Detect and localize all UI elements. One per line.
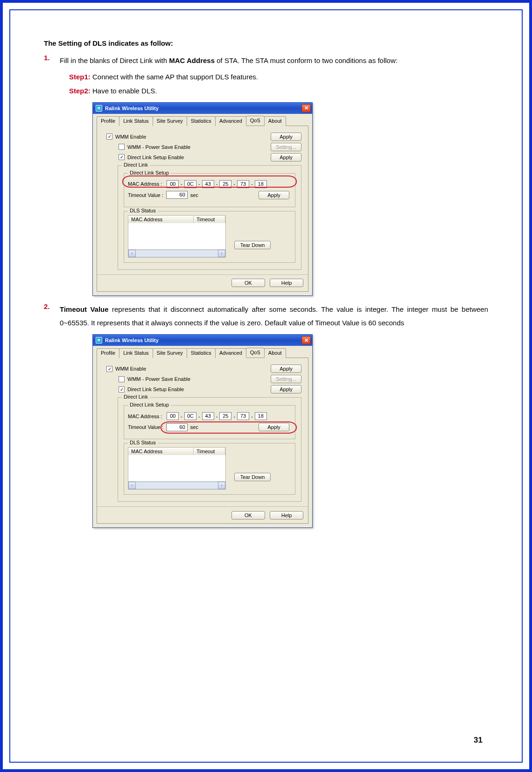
page-number: 31 bbox=[474, 736, 483, 745]
apply-wmm-button[interactable]: Apply bbox=[271, 365, 301, 373]
qos-pane: ✓ WMM Enable Apply WMM - Power Save Enab… bbox=[97, 126, 308, 292]
tear-down-button[interactable]: Tear Down bbox=[234, 241, 271, 249]
close-button[interactable]: ✕ bbox=[301, 104, 311, 112]
mac-octet-3[interactable]: 43 bbox=[202, 180, 214, 188]
tab-about[interactable]: About bbox=[264, 116, 286, 126]
step2-text: Have to enable DLS. bbox=[91, 87, 157, 95]
dls-status-table: MAC Address Timeout ‹ › bbox=[128, 215, 226, 258]
label-sec: sec bbox=[190, 424, 198, 430]
list-number-1: 1. bbox=[44, 54, 60, 62]
ok-button[interactable]: OK bbox=[231, 279, 265, 287]
mac-octet-3[interactable]: 43 bbox=[202, 412, 214, 420]
row-wmm-enable: ✓ WMM Enable Apply bbox=[106, 365, 303, 373]
group-direct-link: Direct Link Direct Link Setup MAC Addres… bbox=[118, 165, 301, 270]
step1-text: Connect with the same AP that support DL… bbox=[91, 73, 258, 81]
page-outer-border: The Setting of DLS indicates as follow: … bbox=[0, 0, 532, 772]
th-mac[interactable]: MAC Address bbox=[128, 216, 194, 223]
close-button[interactable]: ✕ bbox=[301, 336, 311, 344]
table-scrollbar: ‹ › bbox=[128, 249, 225, 257]
mac-octet-1[interactable]: 00 bbox=[167, 412, 179, 420]
apply-timeout-button[interactable]: Apply bbox=[259, 191, 289, 199]
timeout-input[interactable]: 60 bbox=[166, 423, 188, 431]
tab-site-survey[interactable]: Site Survey bbox=[153, 116, 187, 126]
row-dls-enable: ✓ Direct Link Setup Enable Apply bbox=[119, 153, 303, 161]
dialog-bottom-bar: OK Help bbox=[97, 274, 308, 291]
close-icon: ✕ bbox=[304, 338, 308, 343]
th-mac[interactable]: MAC Address bbox=[128, 448, 194, 455]
tab-qos[interactable]: QoS bbox=[246, 348, 265, 358]
th-timeout[interactable]: Timeout bbox=[194, 448, 225, 455]
apply-dls-button[interactable]: Apply bbox=[271, 385, 301, 393]
label-wmm-ps: WMM - Power Save Enable bbox=[127, 376, 190, 382]
chevron-right-icon: › bbox=[221, 251, 223, 256]
checkbox-wmm-ps[interactable] bbox=[119, 376, 125, 382]
scroll-right-button[interactable]: › bbox=[218, 250, 225, 257]
tab-advanced[interactable]: Advanced bbox=[215, 348, 246, 358]
timeout-input[interactable]: 60 bbox=[166, 191, 188, 199]
tab-statistics[interactable]: Statistics bbox=[187, 116, 216, 126]
apply-timeout-button[interactable]: Apply bbox=[259, 423, 289, 431]
window-title: Ralink Wireless Utility bbox=[105, 337, 159, 343]
scroll-track[interactable] bbox=[136, 250, 218, 257]
list-body-2: Timeout Value represents that it disconn… bbox=[60, 302, 488, 330]
tab-site-survey[interactable]: Site Survey bbox=[153, 348, 187, 358]
legend-dls-status: DLS Status bbox=[128, 208, 158, 213]
client-area: Profile Link Status Site Survey Statisti… bbox=[93, 346, 312, 527]
th-timeout[interactable]: Timeout bbox=[194, 216, 225, 223]
scroll-left-button[interactable]: ‹ bbox=[128, 250, 136, 257]
ok-button[interactable]: OK bbox=[231, 511, 265, 519]
tab-profile[interactable]: Profile bbox=[97, 116, 119, 126]
group-direct-link-setup: Direct Link Setup MAC Address : 00- 0C- … bbox=[124, 405, 295, 439]
list-item-2: 2. Timeout Value represents that it disc… bbox=[44, 302, 488, 330]
checkbox-wmm-ps[interactable] bbox=[119, 144, 125, 150]
row-dls-enable: ✓ Direct Link Setup Enable Apply bbox=[119, 385, 303, 393]
tear-down-button[interactable]: Tear Down bbox=[234, 473, 271, 481]
dialog-bottom-bar: OK Help bbox=[97, 506, 308, 523]
setting-button: Setting... bbox=[271, 375, 301, 383]
label-wmm-enable: WMM Enable bbox=[115, 366, 146, 372]
list-body-1: Fill in the blanks of Direct Link with M… bbox=[60, 54, 488, 67]
help-button[interactable]: Help bbox=[270, 279, 303, 287]
tab-about[interactable]: About bbox=[264, 348, 286, 358]
mac-row: MAC Address : 00- 0C- 43- 25- 73- 18 bbox=[128, 180, 291, 188]
apply-wmm-button[interactable]: Apply bbox=[271, 133, 301, 141]
mac-octet-2[interactable]: 0C bbox=[184, 180, 196, 188]
legend-direct-link-setup: Direct Link Setup bbox=[128, 170, 171, 175]
tab-strip: Profile Link Status Site Survey Statisti… bbox=[97, 116, 308, 126]
tab-link-status[interactable]: Link Status bbox=[119, 116, 153, 126]
mac-octet-1[interactable]: 00 bbox=[167, 180, 179, 188]
tab-qos[interactable]: QoS bbox=[246, 116, 265, 126]
li1-mac-bold: MAC Address bbox=[169, 56, 215, 64]
mac-octet-5[interactable]: 73 bbox=[237, 412, 249, 420]
checkbox-wmm-enable[interactable]: ✓ bbox=[106, 133, 112, 140]
checkbox-wmm-enable[interactable]: ✓ bbox=[106, 366, 112, 372]
tab-statistics[interactable]: Statistics bbox=[187, 348, 216, 358]
scroll-left-button[interactable]: ‹ bbox=[128, 482, 136, 489]
mac-octet-6[interactable]: 18 bbox=[255, 412, 267, 420]
tab-profile[interactable]: Profile bbox=[97, 348, 119, 358]
scroll-track[interactable] bbox=[136, 482, 218, 489]
mac-octet-2[interactable]: 0C bbox=[184, 412, 196, 420]
apply-dls-button[interactable]: Apply bbox=[271, 153, 301, 161]
mac-octet-6[interactable]: 18 bbox=[255, 180, 267, 188]
ralink-window-2: R Ralink Wireless Utility ✕ Profile Link… bbox=[92, 334, 313, 528]
legend-direct-link-setup: Direct Link Setup bbox=[128, 402, 171, 407]
timeout-row: Timeout Value : 60 sec Apply bbox=[128, 191, 291, 199]
timeout-row: Timeout Value : 60 sec Apply bbox=[128, 423, 291, 431]
checkbox-dls-enable[interactable]: ✓ bbox=[119, 154, 125, 160]
mac-octet-4[interactable]: 25 bbox=[219, 412, 231, 420]
tab-link-status[interactable]: Link Status bbox=[119, 348, 153, 358]
checkbox-dls-enable[interactable]: ✓ bbox=[119, 386, 125, 393]
mac-octet-4[interactable]: 25 bbox=[219, 180, 231, 188]
mac-octet-5[interactable]: 73 bbox=[237, 180, 249, 188]
titlebar[interactable]: R Ralink Wireless Utility ✕ bbox=[93, 335, 312, 346]
label-dls-enable: Direct Link Setup Enable bbox=[127, 386, 184, 392]
list-number-2: 2. bbox=[44, 302, 60, 310]
tab-advanced[interactable]: Advanced bbox=[215, 116, 246, 126]
step2-label: Step2: bbox=[69, 87, 91, 95]
label-wmm-ps: WMM - Power Save Enable bbox=[127, 144, 190, 150]
scroll-right-button[interactable]: › bbox=[218, 482, 225, 489]
titlebar[interactable]: R Ralink Wireless Utility ✕ bbox=[93, 103, 312, 114]
label-sec: sec bbox=[190, 192, 198, 198]
help-button[interactable]: Help bbox=[270, 511, 303, 519]
